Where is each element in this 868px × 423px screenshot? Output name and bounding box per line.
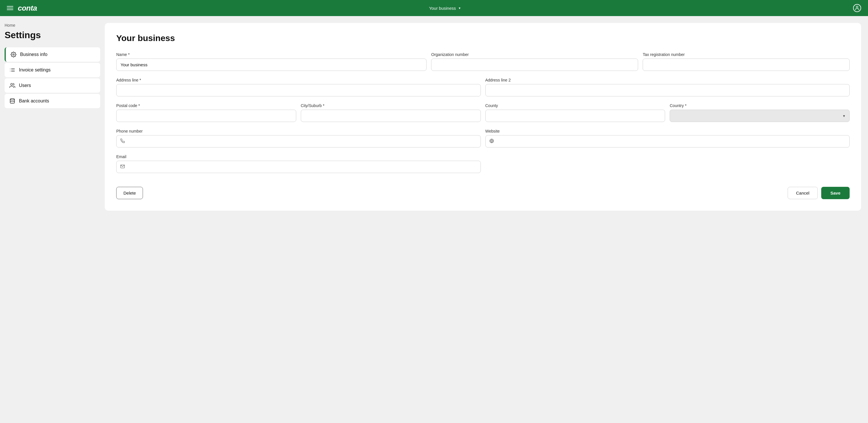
gear-icon xyxy=(10,52,17,58)
list-icon xyxy=(9,67,16,73)
tax-reg-input[interactable] xyxy=(643,59,849,71)
tax-reg-group: Tax registration number xyxy=(643,52,849,71)
website-input[interactable] xyxy=(485,135,850,148)
form-row-4: Phone number Website xyxy=(116,129,849,148)
form-title: Your business xyxy=(116,33,849,43)
address-line1-input[interactable] xyxy=(116,84,481,96)
sidebar-item-label-business-info: Business info xyxy=(20,52,48,57)
user-avatar-icon xyxy=(853,4,861,12)
sidebar-item-invoice-settings[interactable]: Invoice settings xyxy=(5,63,100,77)
sidebar-item-label-bank-accounts: Bank accounts xyxy=(19,98,49,104)
country-group: Country * Australia United States United… xyxy=(670,103,849,122)
app-logo: conta xyxy=(18,4,37,12)
svg-point-0 xyxy=(856,6,858,8)
city-group: City/Suburb * xyxy=(301,103,481,122)
name-group: Name * xyxy=(116,52,427,71)
svg-point-8 xyxy=(11,84,12,86)
bank-icon xyxy=(9,98,16,104)
county-label: County xyxy=(485,103,665,108)
top-header: conta Your business ▼ xyxy=(0,0,868,16)
address-line1-label: Address line * xyxy=(116,78,481,83)
website-group: Website xyxy=(485,129,850,148)
city-label: City/Suburb * xyxy=(301,103,481,108)
sidebar-item-label-users: Users xyxy=(19,83,31,88)
business-selector[interactable]: Your business ▼ xyxy=(429,6,461,11)
form-row-3: Postal code * City/Suburb * County Count… xyxy=(116,103,849,122)
sidebar-item-users[interactable]: Users xyxy=(5,78,100,93)
main-content: Your business Name * Organization number… xyxy=(105,16,868,423)
county-input[interactable] xyxy=(485,110,665,122)
address-line1-group: Address line * xyxy=(116,78,481,96)
form-row-1: Name * Organization number Tax registrat… xyxy=(116,52,849,71)
breadcrumb: Home xyxy=(5,23,100,28)
users-icon xyxy=(9,83,16,89)
city-input[interactable] xyxy=(301,110,481,122)
hamburger-menu-button[interactable] xyxy=(7,6,13,10)
website-label: Website xyxy=(485,129,850,133)
org-number-label: Organization number xyxy=(431,52,638,57)
form-row-5: Email xyxy=(116,154,849,173)
form-card: Your business Name * Organization number… xyxy=(105,23,861,210)
address-line2-input[interactable] xyxy=(485,84,850,96)
sidebar-item-bank-accounts[interactable]: Bank accounts xyxy=(5,94,100,108)
cancel-button[interactable]: Cancel xyxy=(787,187,818,199)
phone-input-wrapper xyxy=(116,135,481,148)
sidebar-item-label-invoice-settings: Invoice settings xyxy=(19,67,51,73)
email-icon xyxy=(120,164,125,170)
email-input-wrapper xyxy=(116,161,481,173)
county-group: County xyxy=(485,103,665,122)
svg-point-9 xyxy=(10,99,14,100)
page-title: Settings xyxy=(5,30,100,40)
phone-icon xyxy=(120,139,125,144)
phone-label: Phone number xyxy=(116,129,481,133)
postal-code-group: Postal code * xyxy=(116,103,296,122)
sidebar: Home Settings Business info xyxy=(0,16,105,423)
postal-code-input[interactable] xyxy=(116,110,296,122)
org-number-group: Organization number xyxy=(431,52,638,71)
footer-right-buttons: Cancel Save xyxy=(787,187,849,199)
business-name-label: Your business xyxy=(429,6,456,11)
country-select[interactable]: Australia United States United Kingdom C… xyxy=(670,110,849,122)
form-row-2: Address line * Address line 2 xyxy=(116,78,849,96)
address-line2-label: Address line 2 xyxy=(485,78,850,83)
phone-group: Phone number xyxy=(116,129,481,148)
business-dropdown-arrow: ▼ xyxy=(458,7,461,10)
page-layout: Home Settings Business info xyxy=(0,16,868,423)
save-button[interactable]: Save xyxy=(821,187,849,199)
email-group: Email xyxy=(116,154,481,173)
sidebar-item-business-info[interactable]: Business info xyxy=(5,47,100,62)
tax-reg-label: Tax registration number xyxy=(643,52,849,57)
name-label: Name * xyxy=(116,52,427,57)
form-footer: Delete Cancel Save xyxy=(116,187,849,199)
website-input-wrapper xyxy=(485,135,850,148)
header-left: conta xyxy=(7,4,37,12)
postal-code-label: Postal code * xyxy=(116,103,296,108)
address-line2-group: Address line 2 xyxy=(485,78,850,96)
globe-icon xyxy=(489,139,494,144)
org-number-input[interactable] xyxy=(431,59,638,71)
name-input[interactable] xyxy=(116,59,427,71)
country-select-wrapper: Australia United States United Kingdom C… xyxy=(670,110,849,122)
delete-button[interactable]: Delete xyxy=(116,187,143,199)
user-profile-button[interactable] xyxy=(853,4,861,12)
country-label: Country * xyxy=(670,103,849,108)
svg-point-1 xyxy=(13,54,14,55)
settings-nav: Business info Invoice settings xyxy=(5,47,100,108)
email-input[interactable] xyxy=(116,161,481,173)
phone-input[interactable] xyxy=(116,135,481,148)
email-label: Email xyxy=(116,154,481,159)
